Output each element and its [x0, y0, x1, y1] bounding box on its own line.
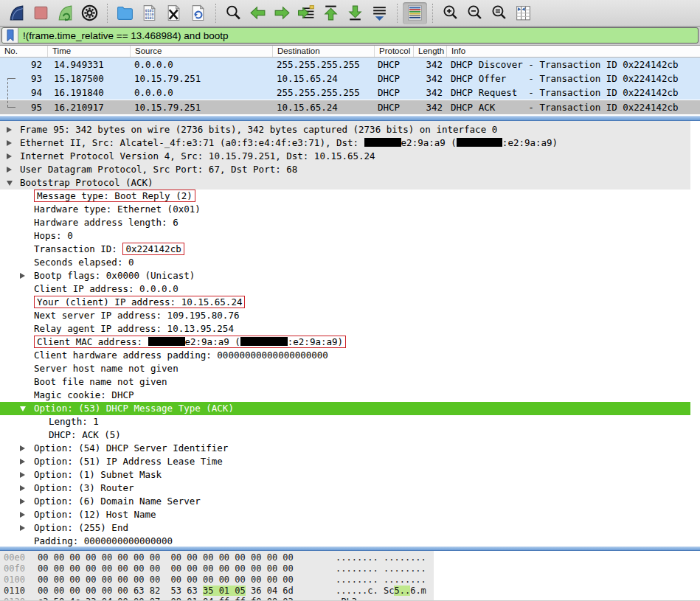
detail-line[interactable]: Boot file name not given	[0, 375, 700, 389]
detail-line[interactable]: Hardware type: Ethernet (0x01)	[0, 203, 700, 216]
column-header-info[interactable]: Info	[447, 46, 700, 57]
detail-line[interactable]: Length: 1	[0, 415, 700, 428]
detail-line[interactable]: DHCP: ACK (5)	[0, 428, 700, 442]
next-packet-icon[interactable]	[270, 2, 294, 24]
detail-text-segment: Hardware type: Ethernet (0x01)	[34, 204, 201, 215]
last-packet-icon[interactable]	[343, 2, 367, 24]
packet-row[interactable]: 9416.1918400.0.0.0255.255.255.255DHCP342…	[0, 86, 700, 100]
capture-options-icon[interactable]	[77, 2, 102, 24]
expand-triangle-icon[interactable]	[20, 498, 25, 504]
detail-line[interactable]: Option: (255) End	[0, 521, 700, 535]
detail-line[interactable]: Option: (6) Domain Name Server	[0, 495, 700, 508]
detail-line[interactable]: Option: (51) IP Address Lease Time	[0, 455, 700, 468]
filter-bookmark-button[interactable]	[2, 28, 18, 43]
zoom-in-icon[interactable]	[438, 2, 462, 24]
stop-capture-icon[interactable]	[29, 2, 53, 24]
detail-line[interactable]: Bootstrap Protocol (ACK)	[0, 176, 700, 190]
detail-line[interactable]: Frame 95: 342 bytes on wire (2736 bits),…	[0, 123, 700, 136]
column-header-source[interactable]: Source	[131, 46, 273, 57]
expand-triangle-icon[interactable]	[7, 153, 12, 159]
detail-line[interactable]: Seconds elapsed: 0	[0, 256, 700, 269]
hex-row[interactable]: 010000 00 00 00 00 00 00 00 00 00 00 00 …	[0, 574, 700, 586]
pane-splitter-top[interactable]	[0, 116, 700, 121]
detail-line[interactable]: Client MAC address: e2:9a:a9 (:e2:9a:a9)	[0, 336, 700, 349]
save-file-icon[interactable]: 010101100101	[137, 2, 162, 24]
detail-line[interactable]: Option: (12) Host Name	[0, 508, 700, 521]
first-packet-icon[interactable]	[319, 2, 343, 24]
find-packet-icon[interactable]	[221, 2, 246, 24]
detail-text: Bootp flags: 0x0000 (Unicast)	[34, 270, 195, 281]
detail-line[interactable]: Ethernet II, Src: Alcatel-_4f:e3:71 (a0:…	[0, 136, 700, 150]
close-file-icon[interactable]	[162, 2, 186, 24]
resize-columns-icon[interactable]	[511, 2, 536, 24]
expand-triangle-icon[interactable]	[7, 167, 12, 173]
hex-row[interactable]: 00e000 00 00 00 00 00 00 00 00 00 00 00 …	[0, 552, 700, 563]
column-header-length[interactable]: Length	[414, 46, 447, 57]
detail-line[interactable]: Bootp flags: 0x0000 (Unicast)	[0, 269, 700, 282]
hex-row[interactable]: 011000 00 00 00 00 00 63 82 53 63 35 01 …	[0, 586, 700, 597]
toolbar-separator	[215, 4, 216, 23]
detail-line[interactable]: Client hardware address padding: 0000000…	[0, 349, 700, 362]
main-toolbar: 010101100101	[0, 0, 700, 27]
start-capture-icon[interactable]	[4, 2, 29, 24]
detail-line[interactable]: Option: (1) Subnet Mask	[0, 468, 700, 482]
display-filter-input[interactable]	[18, 28, 698, 43]
zoom-original-icon[interactable]	[487, 2, 511, 24]
restart-capture-icon[interactable]	[53, 2, 77, 24]
detail-line[interactable]: Transaction ID: 0x224142cb	[0, 243, 700, 256]
column-header-time[interactable]: Time	[48, 46, 131, 57]
expand-triangle-icon[interactable]	[7, 140, 12, 146]
expand-triangle-icon[interactable]	[20, 445, 25, 451]
detail-line[interactable]: Padding: 0000000000000000	[0, 535, 700, 546]
detail-line[interactable]: Option: (3) Router	[0, 482, 700, 495]
detail-text-segment: Relay agent IP address: 10.13.95.254	[34, 323, 234, 334]
packet-cell: 0.0.0.0	[131, 58, 273, 72]
colorize-icon[interactable]	[403, 2, 427, 24]
open-file-icon[interactable]	[113, 2, 137, 24]
zoom-out-icon[interactable]	[462, 2, 487, 24]
detail-text-segment: Option: (6) Domain Name Server	[34, 496, 201, 507]
reload-file-icon[interactable]	[186, 2, 210, 24]
column-header-no[interactable]: No.	[0, 46, 48, 57]
detail-line[interactable]: Internet Protocol Version 4, Src: 10.15.…	[0, 150, 700, 163]
auto-scroll-icon[interactable]	[367, 2, 392, 24]
detail-line[interactable]: Server host name not given	[0, 362, 700, 375]
packet-row-selected[interactable]: 9516.21091710.15.79.25110.15.65.24DHCP34…	[0, 100, 700, 114]
detail-text-segment: e2:9a:a9 (	[185, 336, 240, 347]
detail-line[interactable]: Magic cookie: DHCP	[0, 389, 700, 402]
column-header-destination[interactable]: Destination	[273, 46, 375, 57]
collapse-triangle-icon[interactable]	[7, 181, 13, 186]
detail-line-selected[interactable]: Option: (53) DHCP Message Type (ACK)	[0, 402, 690, 415]
hex-row[interactable]: 0120c3 50 4c 33 04 00 00 07 08 01 04 ff …	[0, 597, 700, 600]
detail-line[interactable]: Your (client) IP address: 10.15.65.24	[0, 296, 700, 309]
expand-triangle-icon[interactable]	[7, 127, 12, 133]
collapse-triangle-icon[interactable]	[20, 406, 26, 411]
display-filter-field[interactable]	[1, 27, 699, 44]
packet-cell: 10.15.65.24	[273, 72, 375, 86]
detail-line[interactable]: Hardware address length: 6	[0, 216, 700, 229]
hex-ascii: .PL3.... ........	[336, 597, 426, 600]
detail-line[interactable]: Hops: 0	[0, 229, 700, 243]
detail-text: Ethernet II, Src: Alcatel-_4f:e3:71 (a0:…	[20, 137, 558, 148]
detail-line[interactable]: User Datagram Protocol, Src Port: 67, Ds…	[0, 163, 700, 176]
packet-row[interactable]: 9214.9493310.0.0.0255.255.255.255DHCP342…	[0, 58, 700, 72]
previous-packet-icon[interactable]	[246, 2, 270, 24]
detail-line[interactable]: Client IP address: 0.0.0.0	[0, 282, 700, 296]
expand-triangle-icon[interactable]	[20, 512, 25, 518]
detail-line[interactable]: Message type: Boot Reply (2)	[0, 190, 700, 203]
detail-line[interactable]: Next server IP address: 109.195.80.76	[0, 309, 700, 322]
expand-triangle-icon[interactable]	[20, 273, 25, 279]
expand-triangle-icon[interactable]	[20, 525, 25, 531]
go-to-packet-icon[interactable]	[294, 2, 319, 24]
packet-row[interactable]: 9315.18750010.15.79.25110.15.65.24DHCP34…	[0, 72, 700, 86]
detail-line[interactable]: Option: (54) DHCP Server Identifier	[0, 442, 700, 455]
expand-triangle-icon[interactable]	[20, 485, 25, 491]
detail-line[interactable]: Relay agent IP address: 10.13.95.254	[0, 322, 700, 336]
packet-cell: 16.191840	[48, 86, 131, 100]
expand-triangle-icon[interactable]	[20, 472, 25, 478]
column-header-protocol[interactable]: Protocol	[375, 46, 414, 57]
detail-text-segment: Option: (3) Router	[34, 482, 134, 493]
hex-ascii-highlighted: 5..	[394, 586, 410, 596]
expand-triangle-icon[interactable]	[20, 459, 25, 465]
hex-row[interactable]: 00f000 00 00 00 00 00 00 00 00 00 00 00 …	[0, 563, 700, 574]
